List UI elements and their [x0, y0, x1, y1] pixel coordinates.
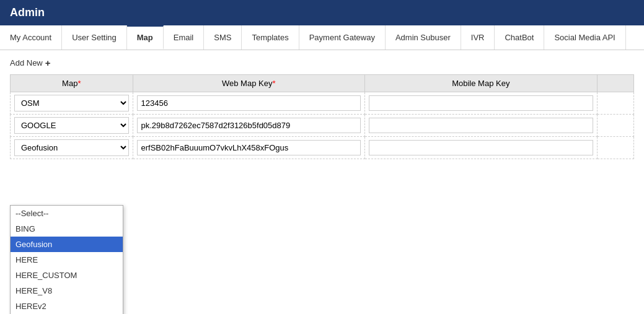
mobile-key-cell-2[interactable]	[364, 137, 597, 159]
mobile-key-cell-1[interactable]	[364, 115, 597, 137]
nav-tab-social-media-api[interactable]: Social Media API	[544, 25, 625, 50]
actions-cell-0	[597, 92, 633, 115]
map-select-0[interactable]: OSM	[14, 95, 129, 111]
mobile-key-input-2[interactable]	[369, 140, 593, 155]
table-row: OSM	[11, 92, 634, 115]
table-row: GOOGLE	[11, 115, 634, 137]
col-header-actions	[597, 75, 633, 92]
col-header-web-map-key: Web Map Key*	[133, 75, 364, 92]
dropdown-item--select-[interactable]: --Select--	[11, 206, 123, 221]
nav-tab-templates[interactable]: Templates	[242, 25, 299, 50]
map-cell-2[interactable]: Geofusion	[11, 137, 133, 159]
dropdown-item-bing[interactable]: BING	[11, 221, 123, 237]
actions-cell-2	[597, 137, 633, 159]
map-select-2[interactable]: Geofusion	[14, 139, 129, 156]
dropdown-item-herev2[interactable]: HEREv2	[11, 299, 123, 314]
nav-tab-my-account[interactable]: My Account	[0, 25, 62, 50]
add-new-label: Add New	[10, 58, 43, 68]
dropdown-item-here[interactable]: HERE	[11, 252, 123, 268]
dropdown-item-geofusion[interactable]: Geofusion	[11, 237, 123, 252]
app-header: Admin	[0, 0, 644, 25]
header-title: Admin	[10, 6, 45, 19]
web-key-input-1[interactable]	[137, 118, 361, 133]
nav-tab-payment-gateway[interactable]: Payment Gateway	[299, 25, 386, 50]
web-key-cell-2[interactable]	[133, 137, 364, 159]
nav-tab-email[interactable]: Email	[164, 25, 205, 50]
nav-tab-ivr[interactable]: IVR	[461, 25, 495, 50]
nav-tab-user-setting[interactable]: User Setting	[62, 25, 127, 50]
add-new-icon: +	[45, 58, 51, 68]
mobile-key-input-1[interactable]	[369, 118, 593, 133]
map-dropdown-overlay[interactable]: --Select--BINGGeofusionHEREHERE_CUSTOMHE…	[10, 205, 123, 314]
dropdown-item-here-v8[interactable]: HERE_V8	[11, 283, 123, 299]
map-table-container: Map*Web Map Key*Mobile Map Key OSMGOOGLE…	[10, 74, 634, 159]
web-key-cell-0[interactable]	[133, 92, 364, 115]
nav-tab-sms[interactable]: SMS	[204, 25, 242, 50]
table-body: OSMGOOGLEGeofusion	[11, 92, 634, 159]
nav-tab-admin-subuser[interactable]: Admin Subuser	[386, 25, 461, 50]
col-header-map: Map*	[11, 75, 133, 92]
col-header-mobile-map-key: Mobile Map Key	[364, 75, 597, 92]
mobile-key-cell-0[interactable]	[364, 92, 597, 115]
main-content: Add New + Map*Web Map Key*Mobile Map Key…	[0, 50, 644, 314]
map-cell-0[interactable]: OSM	[11, 92, 133, 115]
map-table: Map*Web Map Key*Mobile Map Key OSMGOOGLE…	[10, 74, 634, 159]
table-row: Geofusion	[11, 137, 634, 159]
web-key-input-2[interactable]	[137, 140, 361, 155]
map-select-1[interactable]: GOOGLE	[14, 117, 129, 134]
dropdown-item-here-custom[interactable]: HERE_CUSTOM	[11, 268, 123, 283]
mobile-key-input-0[interactable]	[369, 95, 593, 111]
table-header-row: Map*Web Map Key*Mobile Map Key	[11, 75, 634, 92]
nav-bar: My AccountUser SettingMapEmailSMSTemplat…	[0, 25, 644, 50]
web-key-cell-1[interactable]	[133, 115, 364, 137]
web-key-input-0[interactable]	[137, 95, 361, 111]
add-new-button[interactable]: Add New +	[10, 58, 634, 68]
actions-cell-1	[597, 115, 633, 137]
nav-tab-chatbot[interactable]: ChatBot	[495, 25, 544, 50]
map-cell-1[interactable]: GOOGLE	[11, 115, 133, 137]
nav-tab-map[interactable]: Map	[127, 25, 164, 50]
